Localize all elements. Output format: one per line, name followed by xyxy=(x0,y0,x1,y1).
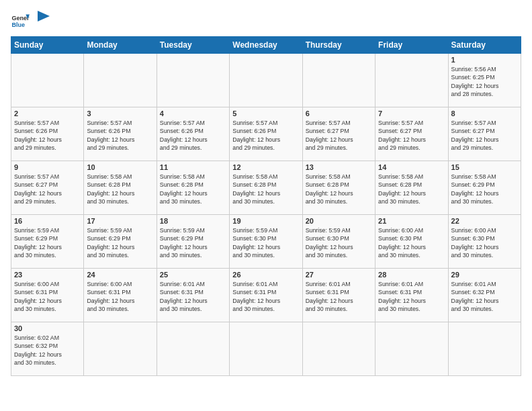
day-info: Sunrise: 6:00 AM Sunset: 6:31 PM Dayligh… xyxy=(87,280,153,313)
calendar-day-cell: 20Sunrise: 5:59 AM Sunset: 6:30 PM Dayli… xyxy=(302,215,375,269)
day-info: Sunrise: 5:59 AM Sunset: 6:29 PM Dayligh… xyxy=(14,226,81,259)
svg-text:Blue: Blue xyxy=(11,21,25,28)
day-number: 1 xyxy=(451,56,518,64)
calendar-day-cell xyxy=(302,322,375,376)
day-info: Sunrise: 5:57 AM Sunset: 6:26 PM Dayligh… xyxy=(160,119,226,152)
day-info: Sunrise: 5:57 AM Sunset: 6:26 PM Dayligh… xyxy=(14,119,81,152)
calendar-week-row: 2Sunrise: 5:57 AM Sunset: 6:26 PM Daylig… xyxy=(11,107,521,161)
day-number: 18 xyxy=(160,217,226,225)
day-info: Sunrise: 5:58 AM Sunset: 6:28 PM Dayligh… xyxy=(306,173,372,205)
day-number: 3 xyxy=(87,109,153,118)
calendar-day-cell xyxy=(157,322,229,376)
day-number: 23 xyxy=(14,271,81,279)
days-of-week-row: SundayMondayTuesdayWednesdayThursdayFrid… xyxy=(11,37,521,54)
day-of-week-header: Friday xyxy=(375,37,448,54)
day-info: Sunrise: 5:57 AM Sunset: 6:27 PM Dayligh… xyxy=(451,119,518,152)
calendar-day-cell xyxy=(375,54,448,107)
day-number: 25 xyxy=(160,271,226,279)
calendar-day-cell xyxy=(230,322,302,376)
calendar-day-cell: 30Sunrise: 6:02 AM Sunset: 6:32 PM Dayli… xyxy=(11,322,84,376)
calendar-day-cell xyxy=(157,54,229,107)
day-info: Sunrise: 6:01 AM Sunset: 6:31 PM Dayligh… xyxy=(160,280,226,313)
calendar-day-cell: 19Sunrise: 5:59 AM Sunset: 6:30 PM Dayli… xyxy=(230,215,302,269)
calendar-day-cell: 26Sunrise: 6:01 AM Sunset: 6:31 PM Dayli… xyxy=(230,269,302,322)
calendar-day-cell xyxy=(448,322,521,376)
day-info: Sunrise: 5:57 AM Sunset: 6:27 PM Dayligh… xyxy=(378,119,445,152)
calendar-day-cell: 11Sunrise: 5:58 AM Sunset: 6:28 PM Dayli… xyxy=(157,161,229,215)
day-of-week-header: Saturday xyxy=(448,37,521,54)
calendar-day-cell: 6Sunrise: 5:57 AM Sunset: 6:27 PM Daylig… xyxy=(302,107,375,161)
day-info: Sunrise: 6:01 AM Sunset: 6:31 PM Dayligh… xyxy=(378,280,445,313)
calendar-day-cell: 3Sunrise: 5:57 AM Sunset: 6:26 PM Daylig… xyxy=(84,107,157,161)
day-number: 24 xyxy=(87,271,153,279)
day-number: 2 xyxy=(14,109,81,118)
calendar-day-cell: 22Sunrise: 6:00 AM Sunset: 6:30 PM Dayli… xyxy=(448,215,521,269)
day-of-week-header: Thursday xyxy=(302,37,375,54)
calendar-week-row: 23Sunrise: 6:00 AM Sunset: 6:31 PM Dayli… xyxy=(11,269,521,322)
calendar-day-cell: 2Sunrise: 5:57 AM Sunset: 6:26 PM Daylig… xyxy=(11,107,84,161)
calendar-day-cell: 12Sunrise: 5:58 AM Sunset: 6:28 PM Dayli… xyxy=(230,161,302,215)
day-info: Sunrise: 6:02 AM Sunset: 6:32 PM Dayligh… xyxy=(14,334,81,367)
day-info: Sunrise: 5:57 AM Sunset: 6:26 PM Dayligh… xyxy=(87,119,153,152)
day-info: Sunrise: 5:59 AM Sunset: 6:30 PM Dayligh… xyxy=(306,226,372,259)
logo-icon: General Blue xyxy=(11,11,30,30)
day-number: 14 xyxy=(378,163,445,171)
calendar-day-cell xyxy=(84,322,157,376)
calendar-day-cell xyxy=(230,54,302,107)
day-info: Sunrise: 5:57 AM Sunset: 6:26 PM Dayligh… xyxy=(232,119,299,152)
calendar-day-cell: 8Sunrise: 5:57 AM Sunset: 6:27 PM Daylig… xyxy=(448,107,521,161)
calendar-day-cell: 15Sunrise: 5:58 AM Sunset: 6:29 PM Dayli… xyxy=(448,161,521,215)
calendar-day-cell: 10Sunrise: 5:58 AM Sunset: 6:28 PM Dayli… xyxy=(84,161,157,215)
day-number: 13 xyxy=(306,163,372,171)
day-number: 21 xyxy=(378,217,445,225)
day-number: 16 xyxy=(14,217,81,225)
day-info: Sunrise: 5:58 AM Sunset: 6:28 PM Dayligh… xyxy=(160,173,226,205)
calendar-day-cell: 29Sunrise: 6:01 AM Sunset: 6:32 PM Dayli… xyxy=(448,269,521,322)
day-number: 7 xyxy=(378,109,445,118)
calendar-header: SundayMondayTuesdayWednesdayThursdayFrid… xyxy=(11,37,521,54)
calendar-day-cell: 21Sunrise: 6:00 AM Sunset: 6:30 PM Dayli… xyxy=(375,215,448,269)
day-number: 9 xyxy=(14,163,81,171)
calendar-day-cell xyxy=(11,54,84,107)
day-info: Sunrise: 5:59 AM Sunset: 6:29 PM Dayligh… xyxy=(160,226,226,259)
calendar-day-cell: 28Sunrise: 6:01 AM Sunset: 6:31 PM Dayli… xyxy=(375,269,448,322)
day-of-week-header: Monday xyxy=(84,37,157,54)
calendar-day-cell: 25Sunrise: 6:01 AM Sunset: 6:31 PM Dayli… xyxy=(157,269,229,322)
day-info: Sunrise: 5:58 AM Sunset: 6:28 PM Dayligh… xyxy=(378,173,445,205)
day-number: 5 xyxy=(232,109,299,118)
day-info: Sunrise: 5:57 AM Sunset: 6:27 PM Dayligh… xyxy=(306,119,372,152)
calendar-day-cell: 17Sunrise: 5:59 AM Sunset: 6:29 PM Dayli… xyxy=(84,215,157,269)
calendar-day-cell xyxy=(302,54,375,107)
day-number: 26 xyxy=(232,271,299,279)
calendar-day-cell: 27Sunrise: 6:01 AM Sunset: 6:31 PM Dayli… xyxy=(302,269,375,322)
day-number: 6 xyxy=(306,109,372,118)
calendar-day-cell: 13Sunrise: 5:58 AM Sunset: 6:28 PM Dayli… xyxy=(302,161,375,215)
day-number: 20 xyxy=(306,217,372,225)
day-info: Sunrise: 6:01 AM Sunset: 6:31 PM Dayligh… xyxy=(232,280,299,313)
day-number: 27 xyxy=(306,271,372,279)
calendar-week-row: 1Sunrise: 5:56 AM Sunset: 6:25 PM Daylig… xyxy=(11,54,521,107)
calendar-day-cell: 9Sunrise: 5:57 AM Sunset: 6:27 PM Daylig… xyxy=(11,161,84,215)
day-info: Sunrise: 5:58 AM Sunset: 6:28 PM Dayligh… xyxy=(232,173,299,205)
calendar-day-cell: 14Sunrise: 5:58 AM Sunset: 6:28 PM Dayli… xyxy=(375,161,448,215)
day-number: 29 xyxy=(451,271,518,279)
day-info: Sunrise: 6:00 AM Sunset: 6:30 PM Dayligh… xyxy=(451,226,518,259)
day-number: 28 xyxy=(378,271,445,279)
day-number: 10 xyxy=(87,163,153,171)
day-number: 19 xyxy=(232,217,299,225)
day-info: Sunrise: 6:01 AM Sunset: 6:32 PM Dayligh… xyxy=(451,280,518,313)
day-number: 22 xyxy=(451,217,518,225)
day-number: 8 xyxy=(451,109,518,118)
day-info: Sunrise: 5:59 AM Sunset: 6:30 PM Dayligh… xyxy=(232,226,299,259)
day-number: 15 xyxy=(451,163,518,171)
day-number: 12 xyxy=(232,163,299,171)
logo-flag-icon xyxy=(36,9,51,28)
calendar-day-cell xyxy=(84,54,157,107)
calendar-week-row: 16Sunrise: 5:59 AM Sunset: 6:29 PM Dayli… xyxy=(11,215,521,269)
svg-marker-3 xyxy=(38,11,50,21)
calendar-week-row: 9Sunrise: 5:57 AM Sunset: 6:27 PM Daylig… xyxy=(11,161,521,215)
day-info: Sunrise: 5:58 AM Sunset: 6:28 PM Dayligh… xyxy=(87,173,153,205)
day-number: 30 xyxy=(14,324,81,332)
day-of-week-header: Tuesday xyxy=(157,37,229,54)
day-number: 17 xyxy=(87,217,153,225)
